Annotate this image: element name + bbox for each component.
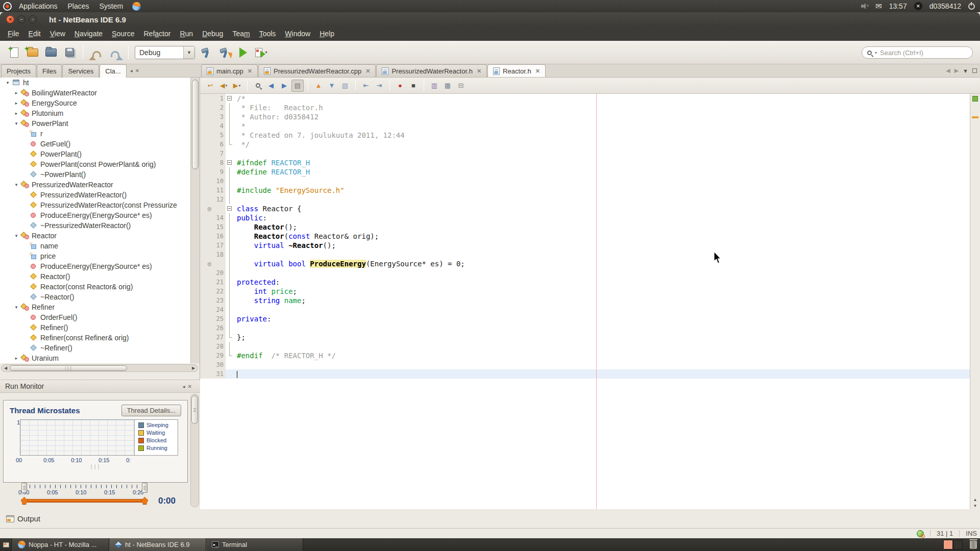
comment-icon[interactable]: ▥ bbox=[428, 80, 440, 92]
expander-icon[interactable]: ▾ bbox=[13, 233, 20, 238]
username[interactable]: d0358412 bbox=[929, 2, 961, 10]
tree-item-refiner[interactable]: ~Refiner() bbox=[0, 343, 191, 353]
clock[interactable]: 13:57 bbox=[889, 2, 907, 10]
menu-file[interactable]: File bbox=[3, 28, 24, 40]
splitter-grip-icon[interactable]: ∣∣∣ bbox=[4, 465, 187, 470]
tree-item-reactorconstreactororig[interactable]: Reactor(const Reactor& orig) bbox=[0, 282, 191, 292]
slider-right-pin-icon[interactable] bbox=[141, 497, 148, 505]
menu-debug[interactable]: Debug bbox=[198, 28, 228, 40]
tree-item-price[interactable]: ⚿price bbox=[0, 251, 191, 261]
insert-mode-indicator[interactable]: INS bbox=[966, 530, 977, 537]
tree-item-boilingwaterreactor[interactable]: ▸BoilingWaterReactor bbox=[0, 88, 191, 98]
fold-column[interactable] bbox=[226, 158, 234, 167]
panel-menu-places[interactable]: Places bbox=[63, 1, 94, 11]
menu-tools[interactable]: Tools bbox=[255, 28, 281, 40]
shift-line-left-icon[interactable]: ⇤ bbox=[360, 80, 372, 92]
expander-icon[interactable]: ▾ bbox=[13, 121, 20, 126]
scroll-down-icon[interactable]: ▼ bbox=[970, 504, 980, 508]
save-all-button[interactable] bbox=[60, 43, 79, 62]
dock-panel-icon[interactable]: ◂ bbox=[183, 384, 185, 389]
power-icon[interactable] bbox=[968, 3, 975, 10]
tree-item-refiner[interactable]: ▾Refiner bbox=[0, 302, 191, 312]
tree-item-pressurizedwaterreactor[interactable]: PressurizedWaterReactor() bbox=[0, 190, 191, 200]
explorer-tab-cla[interactable]: Cla... bbox=[100, 64, 126, 78]
back-icon[interactable]: ◀▾ bbox=[217, 80, 230, 92]
override-annotation-icon[interactable]: ◎ bbox=[200, 259, 211, 268]
expander-icon[interactable]: ▾ bbox=[4, 80, 11, 85]
expander-icon[interactable]: ▾ bbox=[13, 305, 20, 310]
menu-view[interactable]: View bbox=[45, 28, 70, 40]
previous-bookmark-icon[interactable]: ▲ bbox=[312, 80, 325, 92]
menu-team[interactable]: Team bbox=[228, 28, 254, 40]
config-dropdown-icon[interactable]: ▼ bbox=[183, 46, 194, 59]
ubuntu-logo-icon[interactable] bbox=[3, 2, 12, 11]
slider-range-bar[interactable] bbox=[24, 499, 145, 503]
tree-item-produceenergyenergysourc[interactable]: ProduceEnergy(EnergySource* es) bbox=[0, 261, 191, 271]
slider-left-handle[interactable] bbox=[21, 483, 27, 493]
tree-item-produceenergyenergysourc[interactable]: ProduceEnergy(EnergySource* es) bbox=[0, 210, 191, 220]
menu-refactor[interactable]: Refactor bbox=[139, 28, 175, 40]
search-dropdown-icon[interactable]: ▾ bbox=[875, 51, 877, 55]
close-tab-icon[interactable]: ✕ bbox=[477, 68, 481, 74]
tree-item-powerplantconstpowerplan[interactable]: PowerPlant(const PowerPlant& orig) bbox=[0, 159, 191, 169]
taskbar-window-terminal[interactable]: ▸_Terminal bbox=[206, 538, 303, 551]
scroll-tabs-left-icon[interactable]: ◀ bbox=[946, 67, 950, 74]
code-fold-icon[interactable]: ⊟ bbox=[455, 80, 467, 92]
editor-tab-pressurizedwaterreactor-h[interactable]: PressurizedWaterReactor.h✕ bbox=[376, 64, 487, 77]
dock-panel-icon[interactable]: ◂ bbox=[130, 68, 133, 73]
tree-item-powerplant[interactable]: PowerPlant() bbox=[0, 149, 191, 159]
new-file-button[interactable] bbox=[5, 43, 23, 62]
quick-search-input[interactable]: ▾ Search (Ctrl+I) bbox=[862, 46, 973, 59]
close-panel-icon[interactable]: ✕ bbox=[135, 68, 139, 73]
explorer-tab-services[interactable]: Services bbox=[62, 64, 99, 78]
tree-item-energysource[interactable]: ▸EnergySource bbox=[0, 98, 191, 108]
menu-source[interactable]: Source bbox=[107, 28, 139, 40]
tree-vertical-scrollbar[interactable] bbox=[190, 78, 200, 363]
scroll-up-icon[interactable]: ▲ bbox=[970, 497, 980, 502]
taskbar-window-noppa-ht-mozilla-[interactable]: Noppa - HT - Mozilla ... bbox=[12, 538, 109, 551]
show-desktop-button[interactable] bbox=[0, 538, 12, 551]
menu-navigate[interactable]: Navigate bbox=[70, 28, 107, 40]
find-selection-icon[interactable] bbox=[252, 80, 264, 92]
run-monitor-vertical-scrollbar[interactable] bbox=[190, 394, 199, 507]
next-bookmark-icon[interactable]: ▼ bbox=[326, 80, 338, 92]
build-project-button[interactable] bbox=[197, 43, 215, 62]
minimize-window-button[interactable]: − bbox=[17, 15, 26, 23]
menu-edit[interactable]: Edit bbox=[24, 28, 45, 40]
maximize-window-button[interactable]: ▫ bbox=[29, 15, 37, 23]
editor-tab-reactor-h[interactable]: Reactor.h✕ bbox=[487, 64, 546, 77]
toggle-highlight-search-icon[interactable]: ▤ bbox=[291, 80, 304, 92]
workspace-switcher[interactable] bbox=[943, 540, 963, 549]
tree-item-name[interactable]: ⚿name bbox=[0, 241, 191, 251]
panel-menu-system[interactable]: System bbox=[94, 1, 129, 11]
editor-error-stripe[interactable]: ▲ ▼ bbox=[970, 94, 980, 509]
new-project-button[interactable] bbox=[23, 43, 42, 62]
tree-item-refiner[interactable]: Refiner() bbox=[0, 322, 191, 333]
editor-tab-main-cpp[interactable]: main.cpp✕ bbox=[201, 64, 258, 77]
find-next-occurrence-icon[interactable]: ▶ bbox=[278, 80, 290, 92]
menu-run[interactable]: Run bbox=[175, 28, 198, 40]
debug-project-button[interactable]: ▾ bbox=[252, 43, 271, 62]
thread-details-button[interactable]: Thread Details... bbox=[121, 405, 181, 416]
redo-button[interactable] bbox=[106, 43, 124, 62]
update-check-icon[interactable] bbox=[917, 530, 924, 537]
tree-item-plutonium[interactable]: ▸Plutonium bbox=[0, 108, 191, 118]
fold-column[interactable] bbox=[226, 204, 234, 213]
stop-macro-recording-icon[interactable]: ■ bbox=[407, 80, 420, 92]
firefox-launcher-icon[interactable] bbox=[132, 2, 141, 11]
maximize-editor-icon[interactable] bbox=[972, 68, 977, 73]
clean-build-button[interactable] bbox=[215, 43, 234, 62]
expander-icon[interactable]: ▸ bbox=[13, 111, 20, 116]
explorer-tab-files[interactable]: Files bbox=[37, 64, 62, 78]
volume-muted-icon[interactable]: ✕ bbox=[861, 3, 868, 9]
output-pane-header[interactable]: Output bbox=[0, 509, 980, 529]
tree-item-powerplant[interactable]: ▾PowerPlant bbox=[0, 118, 191, 129]
uncomment-icon[interactable]: ▦ bbox=[442, 80, 454, 92]
expander-icon[interactable]: ▸ bbox=[13, 90, 20, 95]
menu-help[interactable]: Help bbox=[315, 28, 339, 40]
tree-horizontal-scrollbar[interactable]: ◀ ∣∣∣ ▶ bbox=[1, 364, 198, 372]
tree-item-r[interactable]: ⚿r bbox=[0, 129, 191, 139]
expander-icon[interactable]: ▾ bbox=[13, 182, 20, 187]
explorer-tab-projects[interactable]: Projects bbox=[1, 64, 36, 78]
open-project-button[interactable] bbox=[42, 43, 60, 62]
